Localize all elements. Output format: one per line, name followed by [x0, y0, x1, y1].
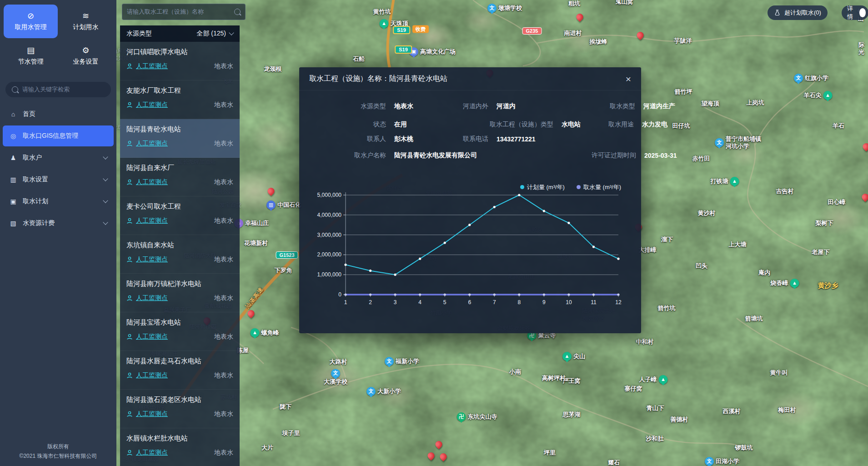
map-label: 凹头: [696, 262, 707, 270]
facility-name: 东坑镇自来水站: [126, 241, 233, 250]
module-water-intake-management[interactable]: ⊘ 取用水管理: [4, 5, 58, 38]
list-item[interactable]: 水唇镇水栏肚水电站人工监测点地表水: [120, 428, 240, 466]
list-item[interactable]: 友能水厂取水工程人工监测点地表水: [120, 80, 240, 119]
mountain-icon[interactable]: ▲: [380, 19, 389, 28]
svg-text:5,000,000: 5,000,000: [317, 192, 342, 198]
list-item[interactable]: 陆河县青砼水电站人工监测点地表水: [120, 119, 240, 158]
detail-toggle[interactable]: 详情: [842, 5, 868, 20]
module-business-settings[interactable]: ⚙ 业务设置: [59, 39, 113, 73]
search-icon: [234, 9, 241, 15]
sidebar-item-intake-plan[interactable]: ▣ 取水计划: [3, 191, 114, 212]
school-icon[interactable]: 文: [331, 369, 340, 378]
search-placeholder: 请输入关键字检索: [22, 85, 70, 94]
red-map-pin[interactable]: [248, 310, 255, 317]
mountain-icon[interactable]: ▲: [562, 352, 572, 361]
field-value: 水电站: [553, 120, 590, 129]
red-map-pin[interactable]: [637, 32, 644, 39]
sidebar-item-label: 取水口GIS信息管理: [23, 132, 78, 140]
monitor-point-link[interactable]: 人工监测点: [136, 256, 168, 264]
monitor-point-link[interactable]: 人工监测点: [136, 333, 168, 341]
list-item[interactable]: 陆河县南万镇杞洋水电站人工监测点地表水: [120, 274, 240, 312]
monitor-point-link[interactable]: 人工监测点: [136, 371, 168, 380]
person-icon: [126, 102, 133, 108]
mountain-icon[interactable]: ▲: [730, 177, 739, 186]
road-badge: S19: [395, 45, 412, 54]
monitor-point-link[interactable]: 人工监测点: [136, 410, 168, 418]
monitor-point-link[interactable]: 人工监测点: [136, 140, 168, 148]
svg-text:3,000,000: 3,000,000: [317, 232, 342, 238]
legend-item[interactable]: 取水量 (m³/年): [577, 183, 621, 191]
red-map-pin[interactable]: [268, 188, 275, 195]
monitor-point-link[interactable]: 人工监测点: [136, 294, 168, 302]
over-plan-alert-button[interactable]: 超计划取水(0): [768, 5, 828, 20]
list-item[interactable]: 陆河县宝塔水电站人工监测点地表水: [120, 312, 240, 351]
monitor-point-link[interactable]: 人工监测点: [136, 178, 168, 186]
module-planned-water-use[interactable]: ≋ 计划用水: [59, 5, 113, 38]
filter-label: 水源类型: [126, 30, 152, 38]
water-source-type: 地表水: [214, 294, 233, 302]
copyright: 版权所有 ©2021 珠海市仁智科技有限公司: [0, 442, 116, 461]
field-label: 取水用途: [590, 120, 634, 129]
monitor-point-link[interactable]: 人工监测点: [136, 217, 168, 225]
school-icon[interactable]: 文: [715, 138, 724, 147]
red-map-pin[interactable]: [863, 143, 868, 150]
source-type-filter[interactable]: 水源类型 全部 (125): [120, 25, 240, 42]
svg-text:4: 4: [418, 299, 421, 306]
monitor-point-link[interactable]: 人工监测点: [136, 62, 168, 70]
sidebar-item-gis-management[interactable]: ◎ 取水口GIS信息管理: [3, 125, 114, 146]
school-icon[interactable]: 文: [794, 74, 803, 83]
map-label: 梅田村: [778, 406, 796, 414]
facility-search-input[interactable]: 请输入取水工程（设施）名称: [122, 4, 246, 20]
svg-text:5: 5: [443, 299, 447, 306]
close-icon[interactable]: ×: [626, 74, 631, 84]
red-map-pin[interactable]: [440, 453, 447, 460]
sidebar-item-intake-settings[interactable]: ▥ 取水设置: [3, 169, 114, 190]
school-icon[interactable]: 文: [385, 357, 394, 366]
mountain-icon[interactable]: ▲: [823, 91, 833, 100]
svg-text:10: 10: [566, 299, 572, 306]
monitor-point-link[interactable]: 人工监测点: [136, 101, 168, 109]
water-source-type: 地表水: [214, 62, 233, 70]
sidebar-item-water-billing[interactable]: ▧ 水资源计费: [3, 213, 114, 234]
gas-station-icon[interactable]: ▥: [266, 200, 276, 210]
mountain-icon[interactable]: ▲: [659, 375, 668, 384]
school-icon[interactable]: 文: [366, 387, 376, 396]
map-label: ▥中国石化: [266, 200, 301, 210]
document-icon: ▤: [27, 46, 35, 55]
field-label: 联系电话: [443, 135, 488, 143]
map-label: 羊石: [833, 122, 844, 130]
water-source-type: 地表水: [214, 140, 233, 148]
school-icon[interactable]: 文: [487, 4, 497, 13]
facility-name: 陆河县宝塔水电站: [126, 318, 233, 327]
monitor-point-link[interactable]: 人工监测点: [136, 449, 168, 457]
red-map-pin[interactable]: [862, 194, 868, 200]
module-water-saving-management[interactable]: ▤ 节水管理: [4, 39, 58, 73]
red-map-pin[interactable]: [436, 441, 442, 448]
list-item[interactable]: 陆河县激石溪老区水电站人工监测点地表水: [120, 390, 240, 428]
keyword-search-input[interactable]: 请输入关键字检索: [5, 82, 111, 97]
road-badge: G1523: [276, 251, 298, 259]
mountain-icon[interactable]: ▲: [790, 279, 799, 288]
map-label: 小南: [509, 368, 521, 376]
red-map-pin[interactable]: [577, 14, 583, 20]
legend-item[interactable]: 计划量 (m³/年): [520, 183, 565, 191]
facility-name: 陆河县自来水厂: [126, 164, 233, 172]
chart-doc-icon: ▧: [9, 220, 17, 227]
list-item[interactable]: 陆河县自来水厂人工监测点地表水: [120, 158, 240, 196]
red-map-pin[interactable]: [428, 452, 435, 459]
road-badge: S19: [393, 26, 410, 34]
toggle-knob-icon[interactable]: [859, 8, 866, 17]
map-label: 青山下: [647, 405, 664, 412]
list-item[interactable]: 河口镇唱歌潭水电站人工监测点地表水: [120, 42, 240, 80]
list-item[interactable]: 陆河县水唇走马石水电站人工监测点地表水: [120, 351, 240, 390]
temple-icon[interactable]: 卍: [457, 412, 466, 421]
mountain-icon[interactable]: ▲: [251, 328, 260, 337]
map-label: 文田湖小学: [705, 457, 739, 466]
person-icon: [126, 218, 133, 224]
sidebar-item-water-users[interactable]: ♟ 取水户: [3, 147, 114, 168]
list-item[interactable]: 麦卡公司取水工程人工监测点地表水: [120, 196, 240, 235]
sidebar-item-home[interactable]: ⌂ 首页: [3, 104, 114, 125]
school-icon[interactable]: 文: [705, 457, 714, 466]
map-label: 庵内: [758, 269, 770, 276]
list-item[interactable]: 东坑镇自来水站人工监测点地表水: [120, 235, 240, 274]
